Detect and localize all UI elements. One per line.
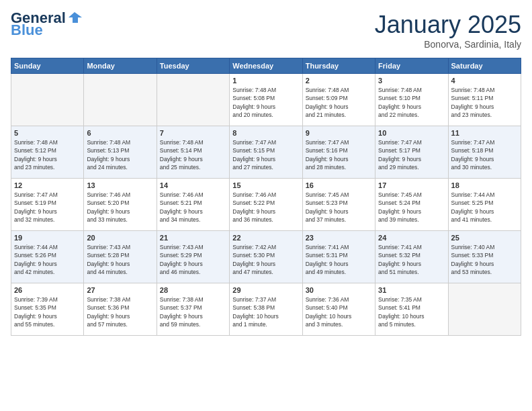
calendar-cell — [84, 74, 157, 126]
calendar-cell: 31Sunrise: 7:35 AM Sunset: 5:41 PM Dayli… — [375, 283, 448, 336]
calendar-cell: 20Sunrise: 7:43 AM Sunset: 5:28 PM Dayli… — [84, 231, 157, 283]
day-number: 23 — [306, 234, 372, 242]
weekday-header: Friday — [375, 58, 448, 74]
day-number: 18 — [451, 181, 518, 189]
day-number: 12 — [14, 181, 81, 189]
day-number: 30 — [306, 286, 372, 294]
day-number: 16 — [306, 181, 372, 189]
calendar-week-row: 5Sunrise: 7:48 AM Sunset: 5:12 PM Daylig… — [11, 126, 521, 179]
day-number: 1 — [232, 77, 299, 85]
day-info: Sunrise: 7:46 AM Sunset: 5:22 PM Dayligh… — [232, 191, 299, 224]
weekday-header-row: SundayMondayTuesdayWednesdayThursdayFrid… — [11, 58, 521, 74]
svg-marker-0 — [69, 12, 82, 23]
day-number: 28 — [160, 286, 226, 294]
weekday-header: Wednesday — [230, 58, 302, 74]
day-number: 15 — [232, 181, 299, 189]
calendar-cell: 10Sunrise: 7:47 AM Sunset: 5:17 PM Dayli… — [375, 126, 448, 179]
calendar-cell: 26Sunrise: 7:39 AM Sunset: 5:35 PM Dayli… — [11, 283, 84, 336]
calendar-cell: 25Sunrise: 7:40 AM Sunset: 5:33 PM Dayli… — [448, 231, 521, 283]
day-info: Sunrise: 7:35 AM Sunset: 5:41 PM Dayligh… — [378, 295, 445, 328]
calendar-cell — [448, 283, 521, 336]
calendar-cell: 14Sunrise: 7:46 AM Sunset: 5:21 PM Dayli… — [157, 179, 229, 231]
weekday-header: Saturday — [448, 58, 521, 74]
calendar-cell: 19Sunrise: 7:44 AM Sunset: 5:26 PM Dayli… — [11, 231, 84, 283]
weekday-header: Sunday — [11, 58, 84, 74]
day-number: 20 — [87, 234, 153, 242]
day-info: Sunrise: 7:47 AM Sunset: 5:19 PM Dayligh… — [14, 191, 81, 224]
day-info: Sunrise: 7:42 AM Sunset: 5:30 PM Dayligh… — [232, 243, 299, 276]
day-number: 4 — [451, 77, 518, 85]
title-block: January 2025 Bonorva, Sardinia, Italy — [375, 11, 521, 50]
weekday-header: Monday — [84, 58, 157, 74]
day-info: Sunrise: 7:38 AM Sunset: 5:36 PM Dayligh… — [87, 295, 153, 328]
calendar-cell: 29Sunrise: 7:37 AM Sunset: 5:38 PM Dayli… — [230, 283, 302, 336]
calendar-week-row: 1Sunrise: 7:48 AM Sunset: 5:08 PM Daylig… — [11, 74, 521, 126]
day-number: 10 — [378, 129, 445, 137]
page: General Blue January 2025 Bonorva, Sardi… — [0, 0, 532, 411]
day-number: 27 — [87, 286, 153, 294]
day-info: Sunrise: 7:48 AM Sunset: 5:13 PM Dayligh… — [87, 138, 153, 171]
calendar-cell: 17Sunrise: 7:45 AM Sunset: 5:24 PM Dayli… — [375, 179, 448, 231]
day-number: 21 — [160, 234, 226, 242]
day-number: 5 — [14, 129, 81, 137]
calendar-cell: 30Sunrise: 7:36 AM Sunset: 5:40 PM Dayli… — [302, 283, 375, 336]
day-info: Sunrise: 7:38 AM Sunset: 5:37 PM Dayligh… — [160, 295, 226, 328]
day-number: 7 — [160, 129, 226, 137]
day-number: 6 — [87, 129, 153, 137]
day-info: Sunrise: 7:45 AM Sunset: 5:24 PM Dayligh… — [378, 191, 445, 224]
day-number: 31 — [378, 286, 445, 294]
day-info: Sunrise: 7:47 AM Sunset: 5:18 PM Dayligh… — [451, 138, 518, 171]
day-number: 3 — [378, 77, 445, 85]
day-number: 26 — [14, 286, 81, 294]
day-info: Sunrise: 7:48 AM Sunset: 5:14 PM Dayligh… — [160, 138, 226, 171]
calendar-cell: 18Sunrise: 7:44 AM Sunset: 5:25 PM Dayli… — [448, 179, 521, 231]
calendar-cell: 12Sunrise: 7:47 AM Sunset: 5:19 PM Dayli… — [11, 179, 84, 231]
day-number: 2 — [306, 77, 372, 85]
logo-bird-icon — [67, 11, 82, 26]
calendar-cell: 5Sunrise: 7:48 AM Sunset: 5:12 PM Daylig… — [11, 126, 84, 179]
calendar-cell: 2Sunrise: 7:48 AM Sunset: 5:09 PM Daylig… — [302, 74, 375, 126]
day-number: 9 — [306, 129, 372, 137]
calendar-cell: 22Sunrise: 7:42 AM Sunset: 5:30 PM Dayli… — [230, 231, 302, 283]
weekday-header: Thursday — [302, 58, 375, 74]
day-info: Sunrise: 7:46 AM Sunset: 5:20 PM Dayligh… — [87, 191, 153, 224]
calendar-cell: 8Sunrise: 7:47 AM Sunset: 5:15 PM Daylig… — [230, 126, 302, 179]
day-info: Sunrise: 7:45 AM Sunset: 5:23 PM Dayligh… — [306, 191, 372, 224]
calendar-cell: 9Sunrise: 7:47 AM Sunset: 5:16 PM Daylig… — [302, 126, 375, 179]
calendar-cell: 15Sunrise: 7:46 AM Sunset: 5:22 PM Dayli… — [230, 179, 302, 231]
day-number: 25 — [451, 234, 518, 242]
header: General Blue January 2025 Bonorva, Sardi… — [11, 11, 521, 50]
day-info: Sunrise: 7:48 AM Sunset: 5:10 PM Dayligh… — [378, 86, 445, 119]
day-info: Sunrise: 7:43 AM Sunset: 5:28 PM Dayligh… — [87, 243, 153, 276]
calendar-cell: 11Sunrise: 7:47 AM Sunset: 5:18 PM Dayli… — [448, 126, 521, 179]
weekday-header: Tuesday — [157, 58, 229, 74]
logo: General Blue — [11, 11, 82, 38]
location-subtitle: Bonorva, Sardinia, Italy — [375, 39, 521, 50]
day-info: Sunrise: 7:47 AM Sunset: 5:17 PM Dayligh… — [378, 138, 445, 171]
day-info: Sunrise: 7:39 AM Sunset: 5:35 PM Dayligh… — [14, 295, 81, 328]
calendar-cell: 16Sunrise: 7:45 AM Sunset: 5:23 PM Dayli… — [302, 179, 375, 231]
day-info: Sunrise: 7:47 AM Sunset: 5:16 PM Dayligh… — [306, 138, 372, 171]
day-info: Sunrise: 7:41 AM Sunset: 5:31 PM Dayligh… — [306, 243, 372, 276]
day-info: Sunrise: 7:43 AM Sunset: 5:29 PM Dayligh… — [160, 243, 226, 276]
calendar-cell: 21Sunrise: 7:43 AM Sunset: 5:29 PM Dayli… — [157, 231, 229, 283]
calendar-cell: 23Sunrise: 7:41 AM Sunset: 5:31 PM Dayli… — [302, 231, 375, 283]
day-number: 22 — [232, 234, 299, 242]
day-number: 19 — [14, 234, 81, 242]
calendar-week-row: 12Sunrise: 7:47 AM Sunset: 5:19 PM Dayli… — [11, 179, 521, 231]
day-info: Sunrise: 7:48 AM Sunset: 5:09 PM Dayligh… — [306, 86, 372, 119]
day-info: Sunrise: 7:46 AM Sunset: 5:21 PM Dayligh… — [160, 191, 226, 224]
calendar-week-row: 19Sunrise: 7:44 AM Sunset: 5:26 PM Dayli… — [11, 231, 521, 283]
calendar-cell: 7Sunrise: 7:48 AM Sunset: 5:14 PM Daylig… — [157, 126, 229, 179]
calendar-week-row: 26Sunrise: 7:39 AM Sunset: 5:35 PM Dayli… — [11, 283, 521, 336]
month-title: January 2025 — [375, 11, 521, 39]
day-info: Sunrise: 7:44 AM Sunset: 5:26 PM Dayligh… — [14, 243, 81, 276]
day-number: 14 — [160, 181, 226, 189]
day-info: Sunrise: 7:48 AM Sunset: 5:12 PM Dayligh… — [14, 138, 81, 171]
calendar-cell: 6Sunrise: 7:48 AM Sunset: 5:13 PM Daylig… — [84, 126, 157, 179]
calendar-cell — [11, 74, 84, 126]
calendar-cell: 3Sunrise: 7:48 AM Sunset: 5:10 PM Daylig… — [375, 74, 448, 126]
calendar-cell: 27Sunrise: 7:38 AM Sunset: 5:36 PM Dayli… — [84, 283, 157, 336]
day-number: 24 — [378, 234, 445, 242]
day-number: 29 — [232, 286, 299, 294]
